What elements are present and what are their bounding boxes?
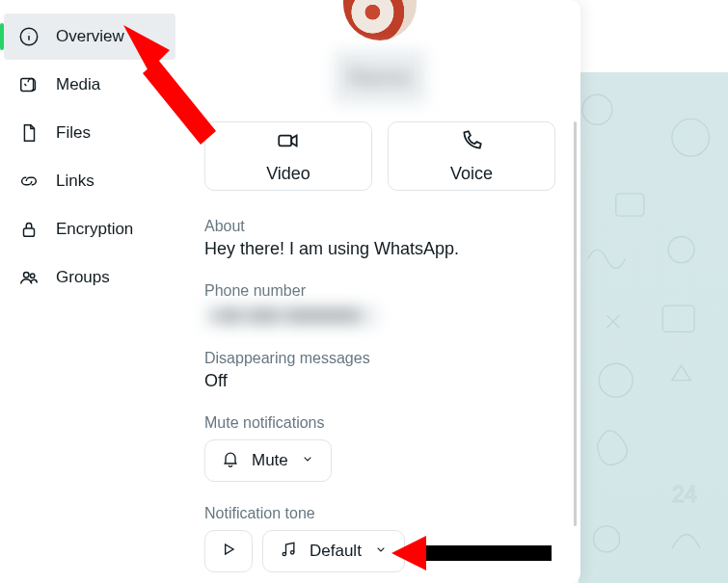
- media-icon: [17, 73, 40, 96]
- disappearing-value[interactable]: Off: [204, 371, 555, 391]
- info-icon: [17, 25, 40, 48]
- lock-icon: [17, 218, 40, 241]
- voice-label: Voice: [450, 164, 493, 184]
- about-label: About: [204, 218, 555, 235]
- svg-point-17: [291, 550, 294, 553]
- phone-icon: [459, 128, 484, 158]
- sidebar-item-label: Links: [56, 172, 94, 191]
- phone-value: +00 000 0000000: [204, 305, 378, 327]
- sidebar-item-label: Groups: [56, 268, 110, 287]
- svg-text:24: 24: [672, 482, 697, 507]
- mute-label: Mute notifications: [204, 414, 555, 432]
- sidebar-item-links[interactable]: Links: [4, 158, 175, 204]
- contact-name: Name: [334, 50, 426, 104]
- svg-rect-11: [21, 79, 34, 92]
- avatar[interactable]: [343, 0, 417, 40]
- sidebar-item-label: Files: [56, 123, 91, 143]
- sidebar: Overview Media Files Links Encryption: [0, 0, 179, 583]
- svg-rect-12: [24, 228, 35, 236]
- voice-call-button[interactable]: Voice: [388, 121, 555, 191]
- music-icon: [279, 540, 298, 564]
- scrollbar[interactable]: [574, 121, 577, 526]
- svg-point-14: [30, 274, 34, 278]
- sidebar-item-media[interactable]: Media: [4, 62, 175, 108]
- svg-point-13: [24, 273, 30, 278]
- groups-icon: [17, 266, 40, 289]
- svg-point-5: [599, 363, 633, 397]
- svg-rect-4: [662, 305, 694, 331]
- link-icon: [17, 170, 40, 193]
- video-label: Video: [266, 164, 310, 184]
- bell-icon: [221, 449, 240, 473]
- disappearing-label: Disappearing messages: [204, 350, 555, 367]
- contact-details: Name Video Voice About Hey there! I am u…: [179, 0, 580, 583]
- sidebar-item-overview[interactable]: Overview: [4, 13, 175, 60]
- play-tone-button[interactable]: [204, 530, 253, 572]
- svg-rect-15: [279, 136, 291, 146]
- svg-rect-2: [616, 194, 644, 216]
- tone-value: Default: [310, 542, 362, 561]
- sidebar-item-files[interactable]: Files: [4, 110, 175, 156]
- phone-label: Phone number: [204, 282, 555, 300]
- chevron-down-icon: [373, 542, 389, 562]
- svg-point-0: [582, 94, 612, 124]
- contact-info-panel: Overview Media Files Links Encryption: [0, 0, 580, 583]
- sidebar-item-label: Overview: [56, 27, 124, 46]
- svg-point-7: [594, 526, 620, 552]
- sidebar-item-label: Media: [56, 75, 100, 94]
- svg-point-3: [668, 237, 694, 263]
- file-icon: [17, 121, 40, 145]
- svg-point-1: [672, 119, 710, 156]
- sidebar-item-groups[interactable]: Groups: [4, 254, 175, 301]
- video-icon: [276, 128, 301, 158]
- about-value: Hey there! I am using WhatsApp.: [204, 239, 555, 259]
- sidebar-item-label: Encryption: [56, 220, 133, 239]
- chevron-down-icon: [300, 451, 315, 471]
- mute-button-label: Mute: [252, 451, 288, 470]
- play-icon: [219, 540, 238, 564]
- sidebar-item-encryption[interactable]: Encryption: [4, 206, 175, 252]
- tone-select[interactable]: Default: [262, 530, 405, 572]
- svg-point-16: [283, 552, 285, 555]
- video-call-button[interactable]: Video: [204, 121, 372, 191]
- tone-label: Notification tone: [204, 505, 555, 522]
- chat-wallpaper: 24: [579, 72, 728, 583]
- mute-button[interactable]: Mute: [204, 439, 332, 482]
